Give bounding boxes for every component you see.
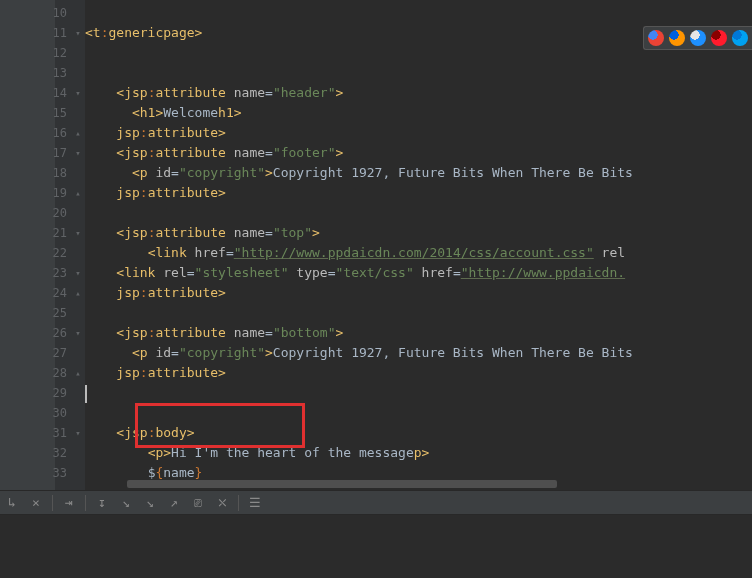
- code-line[interactable]: <link rel="stylesheet" type="text/css" h…: [85, 263, 752, 283]
- step-out-icon[interactable]: ↗: [166, 495, 182, 511]
- fold-toggle-icon[interactable]: ▾: [73, 28, 83, 38]
- code-line[interactable]: <p id="copyright">Copyright 1927, Future…: [85, 163, 752, 183]
- wrap-icon[interactable]: ⇥: [61, 495, 77, 511]
- line-number: 22: [0, 243, 85, 263]
- line-number: 26▾: [0, 323, 85, 343]
- console-output[interactable]: ? INFO [main] org.apache.coyote.Abstract…: [0, 515, 752, 578]
- scrollbar-thumb[interactable]: [127, 480, 557, 488]
- clear-icon[interactable]: ⤬: [214, 495, 230, 511]
- step-down-icon[interactable]: ↘: [118, 495, 134, 511]
- close-icon[interactable]: ×: [28, 495, 44, 511]
- chrome-icon[interactable]: [648, 30, 664, 46]
- code-editor[interactable]: 1011▾121314▾1516▴17▾1819▴2021▾2223▾24▴25…: [0, 0, 752, 490]
- code-line[interactable]: jsp:attribute>: [85, 363, 752, 383]
- code-line[interactable]: <jsp:body>: [85, 423, 752, 443]
- code-line[interactable]: [85, 63, 752, 83]
- opera-icon[interactable]: [711, 30, 727, 46]
- code-line[interactable]: <h1>Welcomeh1>: [85, 103, 752, 123]
- filter-icon[interactable]: ⎚: [190, 495, 206, 511]
- line-number: 24▴: [0, 283, 85, 303]
- debug-toolbar[interactable]: ↳×⇥↧↘↘↗⎚⤬☰: [0, 490, 752, 515]
- code-line[interactable]: [85, 403, 752, 423]
- line-number: 23▾: [0, 263, 85, 283]
- code-line[interactable]: [85, 303, 752, 323]
- line-number: 10: [0, 3, 85, 23]
- code-line[interactable]: [85, 383, 752, 403]
- line-number: 31▾: [0, 423, 85, 443]
- line-number: 15: [0, 103, 85, 123]
- firefox-icon[interactable]: [669, 30, 685, 46]
- line-number: 21▾: [0, 223, 85, 243]
- line-number: 13: [0, 63, 85, 83]
- code-line[interactable]: <jsp:attribute name="header">: [85, 83, 752, 103]
- fold-toggle-icon[interactable]: ▴: [73, 188, 83, 198]
- ie-icon[interactable]: [732, 30, 748, 46]
- fold-toggle-icon[interactable]: ▴: [73, 368, 83, 378]
- code-line[interactable]: [85, 3, 752, 23]
- line-number: 32: [0, 443, 85, 463]
- code-line[interactable]: <jsp:attribute name="footer">: [85, 143, 752, 163]
- line-number: 11▾: [0, 23, 85, 43]
- fold-toggle-icon[interactable]: ▾: [73, 328, 83, 338]
- line-number: 14▾: [0, 83, 85, 103]
- code-line[interactable]: <p id="copyright">Copyright 1927, Future…: [85, 343, 752, 363]
- fold-toggle-icon[interactable]: ▴: [73, 128, 83, 138]
- soft-wrap-icon[interactable]: ☰: [247, 495, 263, 511]
- code-line[interactable]: jsp:attribute>: [85, 123, 752, 143]
- fold-toggle-icon[interactable]: ▾: [73, 228, 83, 238]
- line-number: 20: [0, 203, 85, 223]
- code-line[interactable]: jsp:attribute>: [85, 183, 752, 203]
- line-number: 28▴: [0, 363, 85, 383]
- scroll-down-icon[interactable]: ↧: [94, 495, 110, 511]
- code-line[interactable]: [85, 203, 752, 223]
- browser-preview-icons[interactable]: [643, 26, 752, 50]
- line-number: 33: [0, 463, 85, 483]
- code-area[interactable]: <t:genericpage> <jsp:attribute name="hea…: [85, 0, 752, 490]
- separator: [52, 495, 53, 511]
- line-number: 29: [0, 383, 85, 403]
- tip-icon[interactable]: ↳: [4, 495, 20, 511]
- line-number: 16▴: [0, 123, 85, 143]
- separator: [85, 495, 86, 511]
- fold-toggle-icon[interactable]: ▴: [73, 288, 83, 298]
- fold-toggle-icon[interactable]: ▾: [73, 88, 83, 98]
- step-up-icon[interactable]: ↘: [142, 495, 158, 511]
- code-line[interactable]: <p>Hi I'm the heart of the messagep>: [85, 443, 752, 463]
- line-number: 27: [0, 343, 85, 363]
- line-number-gutter: 1011▾121314▾1516▴17▾1819▴2021▾2223▾24▴25…: [0, 0, 85, 490]
- fold-toggle-icon[interactable]: ▾: [73, 148, 83, 158]
- fold-toggle-icon[interactable]: ▾: [73, 268, 83, 278]
- safari-icon[interactable]: [690, 30, 706, 46]
- fold-toggle-icon[interactable]: ▾: [73, 428, 83, 438]
- code-line[interactable]: jsp:attribute>: [85, 283, 752, 303]
- line-number: 25: [0, 303, 85, 323]
- line-number: 17▾: [0, 143, 85, 163]
- line-number: 18: [0, 163, 85, 183]
- code-line[interactable]: <jsp:attribute name="top">: [85, 223, 752, 243]
- line-number: 12: [0, 43, 85, 63]
- code-line[interactable]: <jsp:attribute name="bottom">: [85, 323, 752, 343]
- code-line[interactable]: <link href="http://www.ppdaicdn.com/2014…: [85, 243, 752, 263]
- line-number: 19▴: [0, 183, 85, 203]
- separator: [238, 495, 239, 511]
- horizontal-scrollbar[interactable]: [127, 480, 740, 490]
- line-number: 30: [0, 403, 85, 423]
